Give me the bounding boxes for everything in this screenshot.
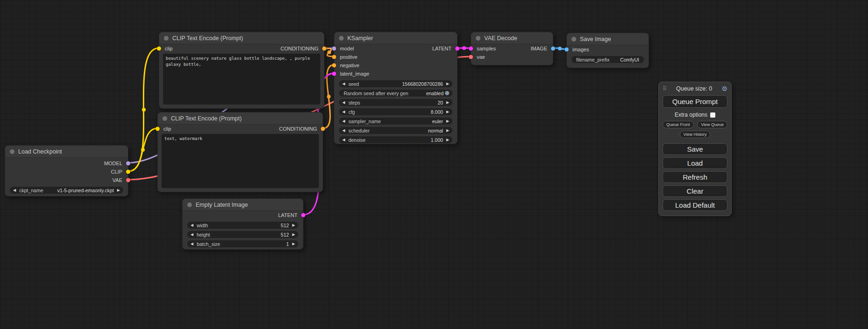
- next-arrow-icon[interactable]: ▶: [446, 129, 449, 133]
- output-label-clip: CLIP: [111, 169, 122, 175]
- settings-gear-icon[interactable]: ⚙: [721, 85, 727, 92]
- widget-label: filename_prefix: [576, 57, 609, 63]
- node-title-bar[interactable]: CLIP Text Encode (Prompt): [158, 112, 323, 125]
- drag-handle-icon[interactable]: ⠿: [663, 85, 667, 92]
- model-output-port[interactable]: [126, 161, 130, 166]
- queue-prompt-button[interactable]: Queue Prompt: [663, 95, 727, 108]
- positive-prompt-textarea[interactable]: beautiful scenery nature glass bottle la…: [163, 54, 320, 105]
- slot-row-latent-image: latent_image: [334, 70, 457, 78]
- collapse-dot[interactable]: [164, 36, 169, 41]
- node-title-bar[interactable]: Load Checkpoint: [5, 146, 128, 158]
- widget-value: enabled: [426, 91, 444, 96]
- negative-prompt-textarea[interactable]: text, watermark: [162, 134, 319, 188]
- negative-input-port[interactable]: [332, 63, 336, 68]
- collapse-dot[interactable]: [339, 36, 344, 41]
- next-arrow-icon[interactable]: ▶: [446, 119, 449, 123]
- latent-output-port[interactable]: [455, 47, 459, 51]
- node-title-bar[interactable]: CLIP Text Encode (Prompt): [159, 32, 324, 44]
- collapse-dot[interactable]: [187, 203, 192, 207]
- positive-input-port[interactable]: [332, 55, 336, 59]
- prev-arrow-icon[interactable]: ◀: [191, 224, 193, 227]
- vae-input-port[interactable]: [469, 55, 473, 59]
- output-label-conditioning: CONDITIONING: [279, 126, 317, 132]
- clear-button[interactable]: Clear: [663, 185, 727, 197]
- collapse-dot[interactable]: [572, 37, 576, 42]
- collapse-dot[interactable]: [10, 149, 14, 154]
- node-title-bar[interactable]: Save Image: [567, 33, 649, 45]
- width-widget[interactable]: ◀ width 512 ▶: [187, 222, 298, 229]
- save-button[interactable]: Save: [663, 143, 727, 155]
- collapse-dot[interactable]: [162, 116, 167, 121]
- cfg-widget[interactable]: ◀ cfg 8.000 ▶: [339, 108, 452, 115]
- latent-image-input-port[interactable]: [332, 72, 336, 76]
- widget-label: ckpt_name: [19, 188, 43, 193]
- extra-options-checkbox[interactable]: [710, 112, 715, 118]
- next-arrow-icon[interactable]: ▶: [292, 224, 295, 227]
- clip-output-port[interactable]: [126, 170, 130, 174]
- image-output-port[interactable]: [551, 47, 555, 51]
- refresh-button[interactable]: Refresh: [663, 171, 727, 183]
- node-title-bar[interactable]: VAE Decode: [471, 32, 553, 44]
- scheduler-widget[interactable]: ◀ scheduler normal ▶: [339, 127, 452, 134]
- batch-size-widget[interactable]: ◀ batch_size 1 ▶: [187, 240, 298, 247]
- node-title-bar[interactable]: KSampler: [334, 32, 457, 44]
- load-default-button[interactable]: Load Default: [663, 199, 727, 211]
- node-title: Empty Latent Image: [196, 202, 248, 208]
- conditioning-output-port[interactable]: [322, 47, 326, 51]
- node-clip-text-encode-positive[interactable]: CLIP Text Encode (Prompt) clip CONDITION…: [159, 32, 325, 109]
- steps-widget[interactable]: ◀ steps 20 ▶: [339, 99, 452, 106]
- input-label-model: model: [340, 46, 354, 51]
- next-arrow-icon[interactable]: ▶: [446, 82, 449, 86]
- model-input-port[interactable]: [332, 47, 336, 51]
- node-clip-text-encode-negative[interactable]: CLIP Text Encode (Prompt) clip CONDITION…: [157, 112, 323, 192]
- node-title: KSampler: [347, 35, 373, 42]
- node-empty-latent-image[interactable]: Empty Latent Image LATENT ◀ width 512 ▶ …: [182, 198, 303, 250]
- prev-arrow-icon[interactable]: ◀: [342, 101, 345, 105]
- prev-arrow-icon[interactable]: ◀: [342, 119, 345, 123]
- queue-buttons-row: Queue Front View Queue: [663, 121, 727, 128]
- prev-arrow-icon[interactable]: ◀: [342, 129, 345, 133]
- workflow-buttons: Save Load Refresh Clear Load Default: [663, 143, 727, 211]
- view-history-button[interactable]: View History: [680, 131, 711, 138]
- collapse-dot[interactable]: [476, 36, 480, 41]
- node-title-bar[interactable]: Empty Latent Image: [183, 199, 303, 211]
- prev-arrow-icon[interactable]: ◀: [191, 233, 193, 237]
- latent-output-port[interactable]: [301, 213, 305, 217]
- queue-front-button[interactable]: Queue Front: [663, 121, 694, 128]
- node-vae-decode[interactable]: VAE Decode samples IMAGE vae: [471, 32, 553, 65]
- next-arrow-icon[interactable]: ▶: [292, 242, 295, 246]
- graph-canvas[interactable]: Load Checkpoint MODEL CLIP VAE ◀ ckpt_na…: [0, 0, 868, 329]
- samples-input-port[interactable]: [469, 47, 473, 51]
- prev-arrow-icon[interactable]: ◀: [342, 138, 345, 142]
- denoise-widget[interactable]: ◀ denoise 1.000 ▶: [339, 136, 452, 143]
- conditioning-output-port[interactable]: [321, 127, 325, 131]
- next-arrow-icon[interactable]: ▶: [446, 110, 449, 114]
- filename-prefix-widget[interactable]: filename_prefix ComfyUI: [572, 56, 644, 63]
- height-widget[interactable]: ◀ height 512 ▶: [187, 231, 298, 238]
- ckpt-name-widget[interactable]: ◀ ckpt_name v1-5-pruned-emaonly.ckpt ▶: [10, 187, 123, 194]
- seed-widget[interactable]: ◀ seed 156680208700286 ▶: [339, 80, 452, 87]
- images-input-port[interactable]: [565, 48, 569, 52]
- next-arrow-icon[interactable]: ▶: [446, 138, 449, 142]
- node-ksampler[interactable]: KSampler model LATENT positive negative …: [334, 32, 458, 144]
- next-arrow-icon[interactable]: ▶: [292, 233, 295, 237]
- next-arrow-icon[interactable]: ▶: [117, 189, 120, 192]
- prev-arrow-icon[interactable]: ◀: [13, 189, 16, 192]
- prev-arrow-icon[interactable]: ◀: [191, 242, 193, 246]
- next-arrow-icon[interactable]: ▶: [446, 101, 449, 105]
- prev-arrow-icon[interactable]: ◀: [342, 110, 345, 114]
- clip-input-port[interactable]: [157, 47, 161, 51]
- view-queue-button[interactable]: View Queue: [697, 121, 727, 128]
- vae-output-port[interactable]: [126, 178, 130, 182]
- node-load-checkpoint[interactable]: Load Checkpoint MODEL CLIP VAE ◀ ckpt_na…: [5, 145, 128, 196]
- node-save-image[interactable]: Save Image images filename_prefix ComfyU…: [566, 33, 649, 68]
- random-seed-toggle-widget[interactable]: Random seed after every gen enabled: [339, 90, 452, 97]
- widget-value: 20: [438, 100, 443, 105]
- sampler-name-widget[interactable]: ◀ sampler_name euler ▶: [339, 118, 452, 125]
- prev-arrow-icon[interactable]: ◀: [342, 82, 345, 86]
- input-label-latent-image: latent_image: [340, 71, 369, 77]
- clip-input-port[interactable]: [155, 127, 160, 131]
- toggle-indicator[interactable]: [445, 91, 449, 95]
- load-button[interactable]: Load: [663, 157, 727, 169]
- slot-row-clip: CLIP: [5, 168, 128, 176]
